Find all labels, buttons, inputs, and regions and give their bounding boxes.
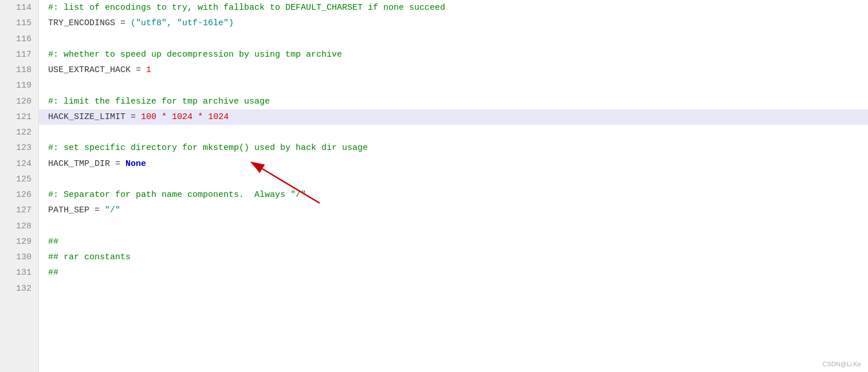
code-line: [39, 281, 868, 296]
line-number: 116: [0, 31, 38, 47]
code-line: #: set specific directory for mkstemp() …: [39, 140, 868, 156]
line-number: 125: [0, 172, 38, 187]
code-line: HACK_SIZE_LIMIT = 100 * 1024 * 1024: [39, 109, 868, 125]
line-number: 130: [0, 250, 38, 265]
line-number: 120: [0, 94, 38, 109]
code-line: ## rar constants: [39, 250, 868, 265]
line-number: 126: [0, 187, 38, 203]
code-line: [39, 219, 868, 234]
line-number: 121: [0, 109, 38, 125]
code-line: USE_EXTRACT_HACK = 1: [39, 62, 868, 78]
code-line: TRY_ENCODINGS = ("utf8", "utf-16le"): [39, 15, 868, 31]
line-number: 124: [0, 156, 38, 172]
code-line: ##: [39, 265, 868, 280]
line-numbers: 1141151161171181191201211221231241251261…: [0, 0, 39, 372]
code-line: [39, 78, 868, 93]
line-number: 119: [0, 78, 38, 93]
code-line: [39, 172, 868, 187]
line-number: 117: [0, 47, 38, 62]
code-line: PATH_SEP = "/": [39, 203, 868, 218]
line-number: 128: [0, 219, 38, 234]
line-number: 127: [0, 203, 38, 218]
code-line: [39, 125, 868, 140]
line-number: 131: [0, 265, 38, 280]
line-number: 122: [0, 125, 38, 140]
line-number: 132: [0, 281, 38, 296]
code-content: #: list of encodings to try, with fallba…: [39, 0, 868, 372]
code-line: #: Separator for path name components. A…: [39, 187, 868, 203]
watermark: CSDN@Li.Ke: [823, 361, 861, 367]
code-line: #: limit the filesize for tmp archive us…: [39, 94, 868, 109]
code-line: ##: [39, 234, 868, 250]
line-number: 114: [0, 0, 38, 15]
line-number: 129: [0, 234, 38, 250]
code-line: HACK_TMP_DIR = None: [39, 156, 868, 172]
code-line: #: whether to speed up decompression by …: [39, 47, 868, 62]
code-line: #: list of encodings to try, with fallba…: [39, 0, 868, 15]
line-number: 118: [0, 62, 38, 78]
code-line: [39, 31, 868, 47]
line-number: 123: [0, 140, 38, 156]
code-container: 1141151161171181191201211221231241251261…: [0, 0, 868, 372]
line-number: 115: [0, 15, 38, 31]
